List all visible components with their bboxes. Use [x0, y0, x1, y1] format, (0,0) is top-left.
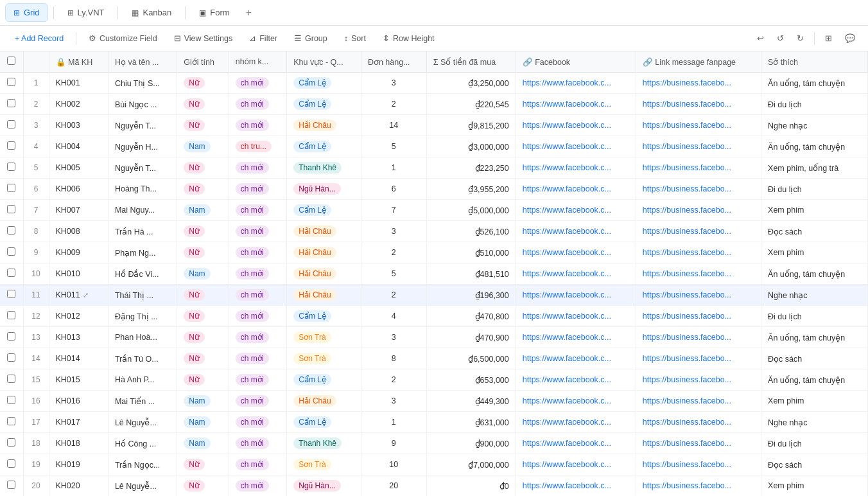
row-facebook[interactable]: https://www.facebook.c... — [516, 136, 636, 157]
group-button[interactable]: ☰ Group — [287, 30, 334, 47]
col-facebook[interactable]: 🔗 Facebook — [516, 51, 636, 73]
row-link-message[interactable]: https://business.facebo... — [636, 475, 761, 497]
row-check-cell[interactable] — [0, 94, 23, 115]
select-all-checkbox[interactable] — [7, 57, 15, 65]
row-checkbox[interactable] — [7, 205, 15, 213]
row-link-message[interactable]: https://business.facebo... — [636, 136, 761, 157]
row-checkbox[interactable] — [7, 375, 15, 383]
row-link-message[interactable]: https://business.facebo... — [636, 263, 761, 285]
row-link-message[interactable]: https://business.facebo... — [636, 433, 761, 454]
col-nhom-kh[interactable]: nhóm k... — [229, 51, 286, 73]
row-link-message[interactable]: https://business.facebo... — [636, 73, 761, 94]
row-facebook[interactable]: https://www.facebook.c... — [516, 285, 636, 306]
row-link-message[interactable]: https://business.facebo... — [636, 454, 761, 475]
row-checkbox[interactable] — [7, 120, 15, 128]
row-facebook[interactable]: https://www.facebook.c... — [516, 179, 636, 200]
row-facebook[interactable]: https://www.facebook.c... — [516, 348, 636, 369]
row-check-cell[interactable] — [0, 306, 23, 327]
row-checkbox[interactable] — [7, 417, 15, 425]
row-checkbox[interactable] — [7, 226, 15, 235]
row-link-message[interactable]: https://business.facebo... — [636, 94, 761, 115]
add-tab-button[interactable]: + — [241, 4, 257, 21]
col-ma-kh[interactable]: 🔒 Mã KH — [49, 51, 108, 73]
expand-button[interactable]: ⊞ — [820, 30, 837, 46]
row-check-cell[interactable] — [0, 285, 23, 306]
row-link-message[interactable]: https://business.facebo... — [636, 369, 761, 391]
row-checkbox[interactable] — [7, 269, 15, 277]
col-so-thich[interactable]: Sở thích — [761, 51, 868, 73]
row-check-cell[interactable] — [0, 136, 23, 157]
col-don-hang[interactable]: Đơn hàng... — [361, 51, 426, 73]
row-checkbox[interactable] — [7, 311, 15, 319]
comment-button[interactable]: 💬 — [840, 30, 860, 46]
row-facebook[interactable]: https://www.facebook.c... — [516, 157, 636, 179]
row-checkbox[interactable] — [7, 481, 15, 489]
row-check-cell[interactable] — [0, 115, 23, 136]
row-link-message[interactable]: https://business.facebo... — [636, 242, 761, 263]
expand-row-icon[interactable]: ⤢ — [83, 291, 89, 299]
row-check-cell[interactable] — [0, 327, 23, 348]
row-link-message[interactable]: https://business.facebo... — [636, 221, 761, 242]
row-link-message[interactable]: https://business.facebo... — [636, 200, 761, 221]
row-facebook[interactable]: https://www.facebook.c... — [516, 94, 636, 115]
tab-form[interactable]: ▣ Form — [191, 3, 238, 22]
col-khu-vuc[interactable]: Khu vực - Q... — [287, 51, 361, 73]
row-link-message[interactable]: https://business.facebo... — [636, 348, 761, 369]
redo-button[interactable]: ↻ — [792, 30, 809, 46]
row-link-message[interactable]: https://business.facebo... — [636, 115, 761, 136]
tab-lyvnt[interactable]: ⊞ Ly.VNT — [59, 3, 113, 22]
row-check-cell[interactable] — [0, 179, 23, 200]
undo-button[interactable]: ↺ — [772, 30, 789, 46]
row-check-cell[interactable] — [0, 242, 23, 263]
row-check-cell[interactable] — [0, 412, 23, 433]
row-link-message[interactable]: https://business.facebo... — [636, 285, 761, 306]
row-link-message[interactable]: https://business.facebo... — [636, 179, 761, 200]
add-record-button[interactable]: + Add Record — [8, 30, 71, 47]
tab-grid[interactable]: ⊞ Grid — [5, 3, 48, 22]
row-checkbox[interactable] — [7, 332, 15, 341]
row-link-message[interactable]: https://business.facebo... — [636, 306, 761, 327]
row-checkbox[interactable] — [7, 396, 15, 404]
row-facebook[interactable]: https://www.facebook.c... — [516, 242, 636, 263]
row-check-cell[interactable] — [0, 454, 23, 475]
row-facebook[interactable]: https://www.facebook.c... — [516, 391, 636, 412]
row-facebook[interactable]: https://www.facebook.c... — [516, 475, 636, 497]
row-check-cell[interactable] — [0, 73, 23, 94]
row-checkbox[interactable] — [7, 78, 15, 86]
row-checkbox[interactable] — [7, 99, 15, 107]
row-facebook[interactable]: https://www.facebook.c... — [516, 454, 636, 475]
row-facebook[interactable]: https://www.facebook.c... — [516, 200, 636, 221]
row-checkbox[interactable] — [7, 163, 15, 171]
row-checkbox[interactable] — [7, 438, 15, 447]
row-facebook[interactable]: https://www.facebook.c... — [516, 115, 636, 136]
row-check-cell[interactable] — [0, 200, 23, 221]
row-checkbox[interactable] — [7, 459, 15, 468]
row-height-button[interactable]: ⇕ Row Height — [376, 30, 442, 47]
row-check-cell[interactable] — [0, 391, 23, 412]
view-settings-button[interactable]: ⊟ View Settings — [167, 30, 240, 47]
row-link-message[interactable]: https://business.facebo... — [636, 157, 761, 179]
tab-kanban[interactable]: ▦ Kanban — [123, 3, 180, 22]
row-facebook[interactable]: https://www.facebook.c... — [516, 412, 636, 433]
row-facebook[interactable]: https://www.facebook.c... — [516, 369, 636, 391]
back-button[interactable]: ↩ — [752, 30, 769, 46]
row-facebook[interactable]: https://www.facebook.c... — [516, 73, 636, 94]
row-facebook[interactable]: https://www.facebook.c... — [516, 221, 636, 242]
row-checkbox[interactable] — [7, 184, 15, 192]
row-check-cell[interactable] — [0, 157, 23, 179]
col-check[interactable] — [0, 51, 23, 73]
row-check-cell[interactable] — [0, 348, 23, 369]
row-checkbox[interactable] — [7, 353, 15, 362]
customize-field-button[interactable]: ⚙ Customize Field — [82, 30, 164, 47]
row-facebook[interactable]: https://www.facebook.c... — [516, 327, 636, 348]
row-check-cell[interactable] — [0, 263, 23, 285]
col-link-message[interactable]: 🔗 Link message fanpage — [636, 51, 761, 73]
col-so-tien[interactable]: Σ Số tiền đã mua — [426, 51, 516, 73]
row-checkbox[interactable] — [7, 141, 15, 150]
row-facebook[interactable]: https://www.facebook.c... — [516, 306, 636, 327]
row-link-message[interactable]: https://business.facebo... — [636, 327, 761, 348]
row-checkbox[interactable] — [7, 247, 15, 256]
filter-button[interactable]: ⊿ Filter — [242, 30, 284, 47]
row-checkbox[interactable] — [7, 290, 15, 298]
sort-button[interactable]: ↕ Sort — [337, 30, 373, 47]
